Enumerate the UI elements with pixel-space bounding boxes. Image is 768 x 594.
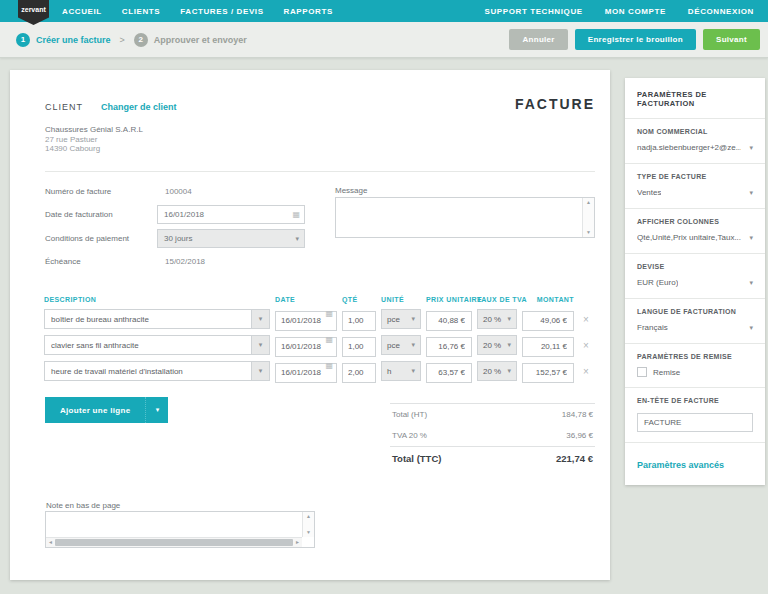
nav-right-group: SUPPORT TECHNIQUE MON COMPTE DÉCONNEXION [463,7,755,16]
message-textarea-field[interactable] [336,198,582,237]
tva-label: TVA 20 % [392,431,427,440]
scroll-right-icon[interactable]: ► [295,540,300,545]
qty-cell [342,335,376,355]
table-row: ▾ ▦ pce ▾ 20 % ▾ × [44,335,596,355]
nav-item-mon-compte[interactable]: MON COMPTE [605,7,666,16]
add-line-button[interactable]: Ajouter une ligne ▾ [45,397,168,423]
zervant-logo[interactable]: zervant [18,0,49,25]
header-qty: QTÉ [342,296,376,303]
nav-item-support-technique[interactable]: SUPPORT TECHNIQUE [485,7,583,16]
unit-price-input[interactable] [426,363,472,383]
unit-select[interactable]: pce ▾ [381,335,421,355]
sidebar-section-nom-commercial: NOM COMMERCIAL nadja.siebenbuerger+2@ze.… [625,119,765,164]
change-client-link[interactable]: Changer de client [101,102,177,112]
nav-item-accueil[interactable]: ACCUEIL [62,7,102,16]
unit-value: pce [387,315,400,324]
description-dropdown-button[interactable]: ▾ [251,309,270,329]
description-input[interactable] [44,309,251,329]
payment-terms-select[interactable]: 30 jours ▾ [157,229,305,248]
wizard-steps: 1 Créer une facture > 2 Approuver et env… [16,33,247,47]
vat-select[interactable]: 20 % ▾ [477,309,517,329]
delete-row-icon[interactable]: × [579,340,593,351]
nav-item-factures-devis[interactable]: FACTURES / DEVIS [180,7,263,16]
scroll-up-icon[interactable]: ▲ [586,200,591,205]
advanced-settings-link[interactable]: Paramètres avancés [637,460,724,470]
note-vertical-scrollbar[interactable]: ▲ ▼ [302,512,314,537]
unit-price-input[interactable] [426,337,472,357]
langue-select[interactable]: Français ▾ [637,322,753,333]
calendar-icon[interactable]: ▦ [325,335,333,344]
type-facture-value: Ventes [637,188,661,197]
entete-label: EN-TÊTE DE FACTURE [637,397,753,404]
step-1-label[interactable]: Créer une facture [36,35,111,45]
nom-commercial-label: NOM COMMERCIAL [637,128,753,135]
payment-terms-value: 30 jours [164,234,192,243]
nav-item-clients[interactable]: CLIENTS [122,7,160,16]
vat-select[interactable]: 20 % ▾ [477,361,517,381]
vat-select[interactable]: 20 % ▾ [477,335,517,355]
unit-select[interactable]: pce ▾ [381,309,421,329]
devise-select[interactable]: EUR (Euro) ▾ [637,277,753,288]
cancel-button[interactable]: Annuler [509,29,567,50]
remise-checkbox[interactable] [637,367,647,377]
step-1-circle: 1 [16,33,30,47]
save-draft-button[interactable]: Enregistrer le brouillon [575,29,696,50]
footer-note-textarea-field[interactable] [46,512,302,537]
qty-cell [342,361,376,381]
message-label: Message [335,186,367,195]
chevron-down-icon: ▾ [507,367,511,375]
nav-item-rapports[interactable]: RAPPORTS [284,7,333,16]
header-vat-rate: TAUX DE TVA [477,296,517,303]
sidebar-section-afficher-colonnes: AFFICHER COLONNES Qté,Unité,Prix unitair… [625,209,765,254]
description-input[interactable] [44,361,251,381]
delete-row-icon[interactable]: × [579,366,593,377]
unit-price-input[interactable] [426,311,472,331]
add-line-label[interactable]: Ajouter une ligne [45,397,146,423]
description-dropdown-button[interactable]: ▾ [251,335,270,355]
message-vertical-scrollbar[interactable]: ▲ ▼ [582,198,594,237]
qty-input[interactable] [342,337,376,357]
price-cell [426,335,472,355]
entete-input[interactable] [637,413,753,432]
qty-input[interactable] [342,311,376,331]
action-buttons: Annuler Enregistrer le brouillon Suivant [502,29,760,50]
unit-select[interactable]: h ▾ [381,361,421,381]
qty-cell [342,309,376,329]
invoice-date-input[interactable]: 16/01/2018 ▦ [157,205,305,224]
scroll-down-icon[interactable]: ▼ [306,530,311,535]
afficher-colonnes-select[interactable]: Qté,Unité,Prix unitaire,Taux... ▾ [637,232,753,243]
devise-label: DEVISE [637,263,753,270]
client-label: CLIENT [45,102,83,112]
description-input[interactable] [44,335,251,355]
calendar-icon[interactable]: ▦ [292,210,300,219]
amount-input[interactable] [522,311,574,331]
scroll-left-icon[interactable]: ◄ [48,540,53,545]
remise-checkbox-row[interactable]: Remise [637,367,753,377]
langue-label: LANGUE DE FACTURATION [637,308,753,315]
qty-input[interactable] [342,363,376,383]
description-dropdown-button[interactable]: ▾ [251,361,270,381]
footer-note-textarea[interactable]: ▲ ▼ ◄ ► [45,511,315,548]
description-combo: ▾ [44,309,270,329]
nom-commercial-select[interactable]: nadja.siebenbuerger+2@ze... ▾ [637,142,753,153]
scroll-down-icon[interactable]: ▼ [586,230,591,235]
next-button[interactable]: Suivant [703,29,760,50]
amount-input[interactable] [522,363,574,383]
scroll-up-icon[interactable]: ▲ [306,514,311,519]
message-textarea[interactable]: ▲ ▼ [335,197,595,238]
date-cell: ▦ [275,335,337,355]
add-line-dropdown-button[interactable]: ▾ [146,397,168,423]
price-cell [426,361,472,381]
calendar-icon[interactable]: ▦ [325,309,333,318]
langue-value: Français [637,323,668,332]
scrollbar-thumb[interactable] [55,539,293,546]
delete-row-icon[interactable]: × [579,314,593,325]
date-cell: ▦ [275,361,337,381]
nav-item-deconnexion[interactable]: DÉCONNEXION [688,7,754,16]
note-horizontal-scrollbar[interactable]: ◄ ► [46,537,302,547]
amount-input[interactable] [522,337,574,357]
date-cell: ▦ [275,309,337,329]
calendar-icon[interactable]: ▦ [325,361,333,370]
step-2-label[interactable]: Approuver et envoyer [154,35,247,45]
type-facture-select[interactable]: Ventes ▾ [637,187,753,198]
